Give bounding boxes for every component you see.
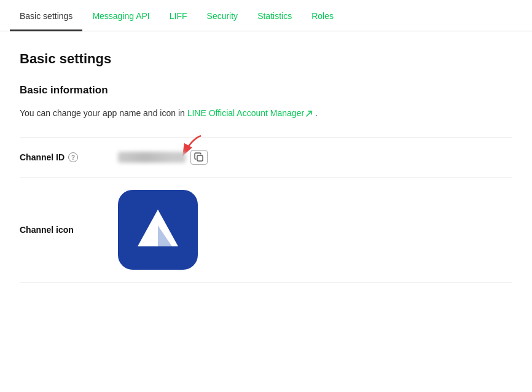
copy-channel-id-button[interactable] xyxy=(190,150,208,165)
page-title: Basic settings xyxy=(20,51,512,67)
channel-icon-label: Channel icon xyxy=(20,225,118,235)
channel-id-row: Channel ID ? xyxy=(20,137,512,177)
channel-id-label: Channel ID ? xyxy=(20,152,118,162)
channel-icon-row: Channel icon xyxy=(20,177,512,283)
main-content: Basic settings Basic information You can… xyxy=(0,31,532,283)
section-basic-info-title: Basic information xyxy=(20,84,512,96)
tab-security[interactable]: Security xyxy=(197,0,248,31)
tab-statistics[interactable]: Statistics xyxy=(248,0,302,31)
info-description: You can change your app name and icon in… xyxy=(20,106,512,120)
channel-id-blurred xyxy=(118,152,186,163)
copy-icon xyxy=(194,152,204,162)
tab-liff[interactable]: LIFF xyxy=(160,0,197,31)
channel-icon-svg xyxy=(130,202,186,257)
channel-icon-value xyxy=(118,190,198,270)
svg-rect-1 xyxy=(197,155,203,161)
tab-messaging-api[interactable]: Messaging API xyxy=(82,0,159,31)
channel-id-help-icon[interactable]: ? xyxy=(68,152,78,162)
line-official-account-manager-link[interactable]: LINE Official Account Manager xyxy=(187,108,304,118)
tab-roles[interactable]: Roles xyxy=(302,0,343,31)
channel-icon-image xyxy=(118,190,198,270)
channel-id-value-container xyxy=(118,150,208,165)
tab-basic-settings[interactable]: Basic settings xyxy=(10,0,82,31)
external-link-icon xyxy=(305,110,313,117)
nav-tabs: Basic settings Messaging API LIFF Securi… xyxy=(0,0,532,31)
